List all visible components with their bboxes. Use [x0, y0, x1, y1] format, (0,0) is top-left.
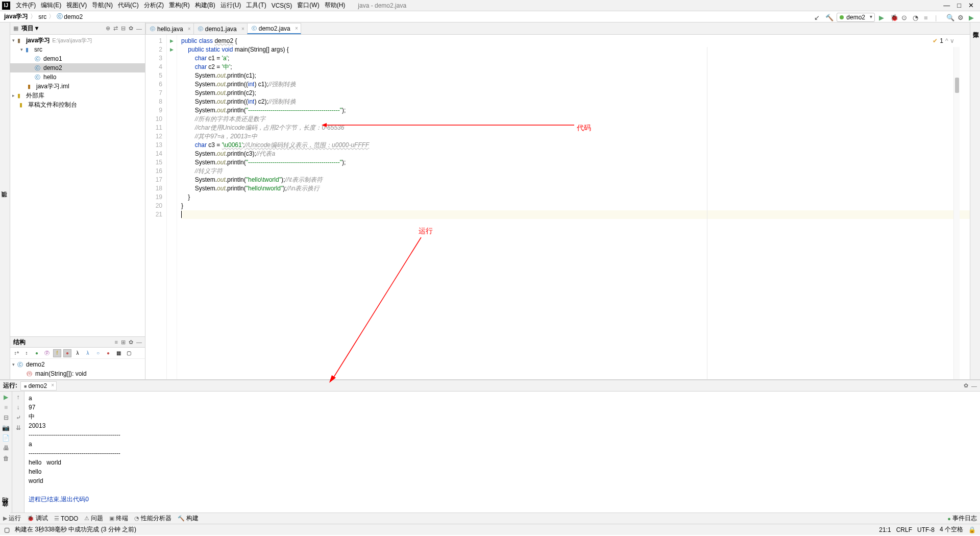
bb-debug[interactable]: 🐞调试: [27, 514, 48, 523]
bb-run[interactable]: ▶运行: [3, 514, 21, 523]
filter-const-icon[interactable]: ●: [63, 349, 71, 357]
maximize-button[interactable]: □: [957, 2, 961, 9]
collapse-icon[interactable]: ⊟: [121, 25, 126, 32]
menu-tools[interactable]: 工具(T): [243, 1, 268, 10]
code-area[interactable]: 123456789101112131415161718192021 ▶▶ pub…: [145, 35, 970, 379]
run-line-icon[interactable]: ▶: [167, 37, 177, 45]
filter-y-icon[interactable]: ●: [104, 349, 112, 357]
close-icon[interactable]: ×: [51, 382, 54, 388]
close-button[interactable]: ✕: [968, 2, 974, 9]
tree-demo2[interactable]: ⓒdemo2: [10, 63, 145, 72]
stop-icon[interactable]: ■: [924, 14, 931, 21]
menu-vcs[interactable]: VCS(S): [269, 2, 295, 9]
struct-main[interactable]: ⓜmain(String[]): void: [10, 369, 145, 378]
select-opened-icon[interactable]: ⊕: [106, 25, 110, 32]
crumb-root[interactable]: java学习: [4, 12, 28, 21]
menu-navigate[interactable]: 导航(N): [89, 1, 115, 10]
status-lock-icon[interactable]: 🔒: [968, 526, 976, 533]
close-icon[interactable]: ×: [188, 26, 191, 32]
crumb-file[interactable]: demo2: [64, 13, 83, 20]
menu-refactor[interactable]: 重构(R): [166, 1, 192, 10]
tree-demo1[interactable]: ⓒdemo1: [10, 54, 145, 63]
hide-icon[interactable]: —: [136, 26, 142, 32]
struct-hide-icon[interactable]: —: [136, 339, 142, 345]
status-icon[interactable]: ▢: [4, 526, 10, 533]
profile-icon[interactable]: ◔: [913, 14, 920, 21]
filter-inherited-icon[interactable]: λ: [74, 349, 82, 357]
run-hide-icon[interactable]: —: [971, 383, 977, 389]
tree-src[interactable]: ▾▮src: [10, 45, 145, 54]
rerun-icon[interactable]: ▶: [4, 394, 8, 401]
sort-vis-icon[interactable]: ↕: [22, 349, 31, 357]
struct-class[interactable]: ▾ⓒdemo2: [10, 360, 145, 369]
sort-alpha-icon[interactable]: ↕ᵃ: [12, 349, 20, 357]
learn-icon[interactable]: ▶: [969, 14, 976, 21]
menu-build[interactable]: 构建(B): [192, 1, 218, 10]
struct-gear-icon[interactable]: ✿: [129, 339, 133, 346]
autoscroll2-icon[interactable]: ▢: [125, 349, 133, 357]
run-icon[interactable]: ▶: [879, 14, 886, 21]
status-crlf[interactable]: CRLF: [896, 526, 912, 533]
hammer-icon[interactable]: 🔨: [825, 14, 832, 21]
tree-extlib[interactable]: ▸▮外部库: [10, 91, 145, 100]
tab-demo2[interactable]: ⓒdemo2.java×: [247, 23, 301, 34]
print-icon[interactable]: 🖶: [3, 445, 9, 452]
up-icon[interactable]: ↑: [17, 394, 20, 401]
project-tree[interactable]: ▾▮java学习E:\java\java学习 ▾▮src ⓒdemo1 ⓒdem…: [10, 35, 145, 336]
menu-code[interactable]: 代码(C): [115, 1, 141, 10]
menu-file[interactable]: 文件(F): [13, 1, 38, 10]
crumb-src[interactable]: src: [38, 13, 46, 20]
wrap-icon[interactable]: ⤶: [16, 414, 21, 421]
bb-profiler[interactable]: ◔性能分析器: [134, 514, 172, 523]
scrollbar-thumb[interactable]: [955, 78, 959, 93]
bb-todo[interactable]: ☰TODO: [54, 515, 78, 522]
stop-icon[interactable]: ■: [4, 404, 8, 411]
code-text[interactable]: public class demo2 { public static void …: [177, 35, 970, 379]
scrollbar[interactable]: [953, 47, 960, 379]
autoscroll-icon[interactable]: ▦: [114, 349, 122, 357]
run-gutter[interactable]: ▶▶: [167, 35, 177, 379]
menu-analyze[interactable]: 分析(Z): [141, 1, 166, 10]
menu-window[interactable]: 窗口(W): [295, 1, 322, 10]
bb-terminal[interactable]: ▣终端: [109, 514, 128, 523]
menu-run[interactable]: 运行(U): [218, 1, 244, 10]
gear-icon[interactable]: ✿: [129, 25, 133, 32]
add-config-icon[interactable]: ↙: [814, 14, 821, 21]
exit-icon[interactable]: 📄: [2, 434, 10, 442]
search-icon[interactable]: 🔍: [946, 14, 953, 21]
run-tab[interactable]: demo2×: [20, 381, 57, 391]
tree-hello[interactable]: ⓒhello: [10, 72, 145, 82]
expand-icon[interactable]: ⇄: [113, 25, 118, 32]
tab-hello[interactable]: ⓒhello.java×: [145, 23, 194, 34]
minimize-button[interactable]: —: [943, 2, 950, 9]
close-icon[interactable]: ×: [295, 26, 298, 31]
filter-method-icon[interactable]: ⓟ: [43, 349, 51, 357]
bb-problems[interactable]: ⚠问题: [84, 514, 103, 523]
menu-edit[interactable]: 编辑(E): [38, 1, 64, 10]
struct-expand-icon[interactable]: ⊞: [121, 339, 126, 346]
scroll-icon[interactable]: ⇊: [16, 424, 21, 431]
run-line-icon[interactable]: ▶: [167, 45, 177, 54]
debug-icon[interactable]: 🐞: [890, 14, 897, 21]
strip-project[interactable]: 项目: [0, 200, 10, 204]
filter-x-icon[interactable]: ○: [94, 349, 102, 357]
run-gear-icon[interactable]: ✿: [964, 382, 968, 389]
tab-demo1[interactable]: ⓒdemo1.java×: [193, 23, 248, 34]
structure-tree[interactable]: ▾ⓒdemo2 ⓜmain(String[]): void: [10, 359, 145, 379]
run-config-selector[interactable]: demo2: [837, 13, 875, 22]
dump-icon[interactable]: 📷: [2, 424, 10, 431]
strip-db[interactable]: 数据库: [971, 25, 980, 29]
tree-scratch[interactable]: ▮草稿文件和控制台: [10, 100, 145, 109]
pause-icon[interactable]: ⊟: [4, 414, 9, 421]
settings-icon[interactable]: ⚙: [958, 14, 965, 21]
inspection-widget[interactable]: ✔1^ ∨: [933, 37, 954, 45]
trash-icon[interactable]: 🗑: [3, 455, 9, 462]
down-icon[interactable]: ↓: [17, 404, 20, 411]
run-output[interactable]: a 97 中 20013 ---------------------------…: [24, 392, 980, 513]
filter-anon-icon[interactable]: λ: [84, 349, 92, 357]
status-indent[interactable]: 4 个空格: [940, 525, 963, 534]
filter-field-icon[interactable]: f: [53, 349, 61, 357]
coverage-icon[interactable]: ⊙: [901, 14, 909, 21]
status-enc[interactable]: UTF-8: [917, 526, 935, 533]
filter-class-icon[interactable]: ●: [33, 349, 41, 357]
